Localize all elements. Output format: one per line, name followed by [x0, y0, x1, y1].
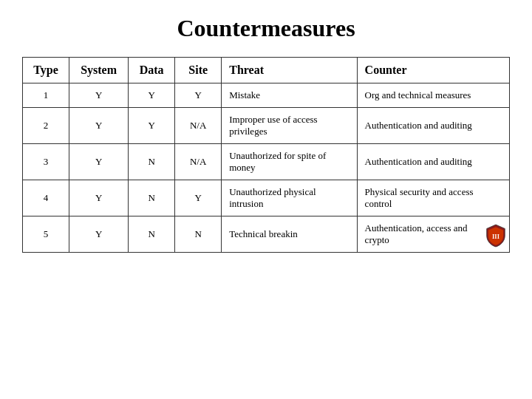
countermeasures-table: Type System Data Site Threat Counter 1YY…	[22, 57, 510, 253]
cell-threat: Improper use of access privileges	[222, 108, 357, 144]
cell-type: 2	[23, 108, 69, 144]
cell-threat: Mistake	[222, 83, 357, 108]
cell-threat: Unauthorized physical intrusion	[222, 180, 357, 216]
table-row: 3YNN/AUnauthorized for spite of moneyAut…	[23, 144, 510, 180]
shield-icon: III	[485, 224, 506, 250]
cell-type: 4	[23, 180, 69, 216]
svg-text:III: III	[492, 233, 500, 240]
header-counter: Counter	[357, 58, 509, 83]
cell-data: Y	[129, 108, 175, 144]
cell-type: 3	[23, 144, 69, 180]
cell-threat: Technical breakin	[222, 216, 357, 253]
cell-threat: Unauthorized for spite of money	[222, 144, 357, 180]
header-threat: Threat	[222, 58, 357, 83]
cell-site: N/A	[175, 144, 222, 180]
table-row: 4YNYUnauthorized physical intrusionPhysi…	[23, 180, 510, 216]
cell-site: N/A	[175, 108, 222, 144]
cell-counter: Authentication and auditing	[357, 144, 509, 180]
table-row: 2YYN/AImproper use of access privilegesA…	[23, 108, 510, 144]
header-type: Type	[23, 58, 69, 83]
header-system: System	[69, 58, 129, 83]
cell-data: N	[129, 216, 175, 253]
cell-type: 5	[23, 216, 69, 253]
cell-system: Y	[69, 108, 129, 144]
cell-system: Y	[69, 216, 129, 253]
cell-site: Y	[175, 180, 222, 216]
cell-data: Y	[129, 83, 175, 108]
header-site: Site	[175, 58, 222, 83]
table-row: 1YYYMistakeOrg and technical measures	[23, 83, 510, 108]
cell-counter: Authentication, access and crypto III	[357, 216, 509, 253]
table-row: 5YNNTechnical breakinAuthentication, acc…	[23, 216, 510, 253]
cell-data: N	[129, 144, 175, 180]
cell-system: Y	[69, 83, 129, 108]
page-title: Countermeasures	[177, 15, 355, 42]
cell-type: 1	[23, 83, 69, 108]
cell-counter: Org and technical measures	[357, 83, 509, 108]
cell-counter: Physical security and access control	[357, 180, 509, 216]
cell-counter: Authentication and auditing	[357, 108, 509, 144]
cell-system: Y	[69, 180, 129, 216]
cell-site: Y	[175, 83, 222, 108]
header-data: Data	[129, 58, 175, 83]
cell-system: Y	[69, 144, 129, 180]
cell-site: N	[175, 216, 222, 253]
cell-data: N	[129, 180, 175, 216]
